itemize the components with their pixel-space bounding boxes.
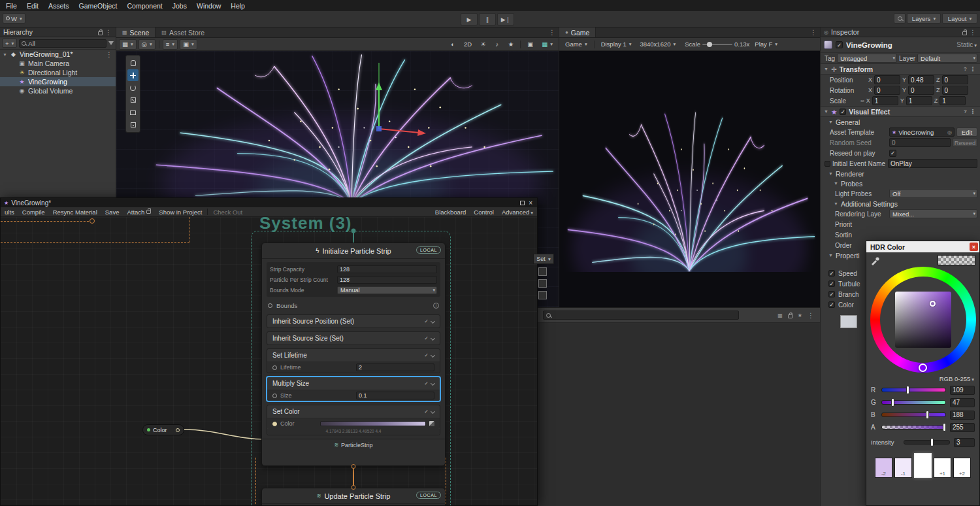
color-property-swatch[interactable] <box>840 315 857 328</box>
chevron-down-icon[interactable] <box>431 381 435 386</box>
audio-toggle-icon[interactable]: ♪ <box>491 39 503 50</box>
block-multiply-size[interactable]: Multiply Size ✓ Size 0.1 <box>267 377 440 401</box>
size-field[interactable]: 0.1 <box>356 392 434 399</box>
node-header[interactable]: ϟ Initialize Particle Strip LOCAL <box>262 243 445 259</box>
component-enabled-checkbox[interactable]: ✓ <box>840 109 846 115</box>
help-icon[interactable]: ? <box>964 109 967 114</box>
layout-dropdown[interactable]: Layout <box>942 13 977 24</box>
hierarchy-item-global-volume[interactable]: ◉ Global Volume <box>0 86 116 95</box>
mini-swatch[interactable] <box>538 267 547 276</box>
scale-x-field[interactable]: 1 <box>872 96 898 105</box>
vfx-graph-canvas[interactable]: System (3) ϟ Initialize Particle Strip L… <box>1 217 537 505</box>
asset-template-field[interactable]: ★ VineGrowing ◎ <box>889 127 955 137</box>
inspector-header[interactable]: ◎ Inspector ⋮ <box>821 27 980 37</box>
game-mode-dropdown[interactable]: Game <box>562 39 591 50</box>
hierarchy-item-main-camera[interactable]: ▣ Main Camera <box>0 59 116 68</box>
node-header[interactable]: ≋ Update Particle Strip LOCAL <box>262 488 445 504</box>
foldout-icon[interactable]: ▼ <box>824 67 828 71</box>
light-probes-dropdown[interactable]: Off <box>889 189 977 198</box>
scene-root-row[interactable]: ▼ ◆ VineGrowing_01* ⋮ <box>0 50 116 59</box>
general-foldout[interactable]: ▼General <box>821 117 980 127</box>
r-value-field[interactable]: 109 <box>950 386 975 395</box>
menu-component[interactable]: Component <box>122 2 167 10</box>
initialize-particle-strip-node[interactable]: ϟ Initialize Particle Strip LOCAL Strip … <box>261 243 446 466</box>
block-enabled-icon[interactable]: ✓ <box>424 380 429 386</box>
view-hand-tool[interactable] <box>127 57 139 69</box>
maximize-icon[interactable] <box>520 201 525 205</box>
hierarchy-search-input[interactable]: All <box>19 39 106 48</box>
block-set-color[interactable]: Set Color ✓ Color 4.17843 2.98133 4.4952… <box>267 405 440 435</box>
turbulence-enabled-checkbox[interactable]: ✓ <box>828 280 835 287</box>
block-enabled-icon[interactable]: ✓ <box>424 409 429 414</box>
color-mode-dropdown[interactable]: RGB 0-255 <box>866 373 979 382</box>
initial-event-override-checkbox[interactable] <box>825 161 830 167</box>
resolution-dropdown[interactable]: 3840x1620 <box>636 39 679 50</box>
chevron-down-icon[interactable] <box>431 353 435 358</box>
compile-button[interactable]: Compile <box>18 209 49 216</box>
exposure-swatch-plus2[interactable]: +2 <box>953 458 971 478</box>
block-inherit-source-size[interactable]: Inherit Source Size (Set) ✓ <box>267 331 440 345</box>
chevron-down-icon[interactable] <box>431 319 435 324</box>
menu-gameobject[interactable]: GameObject <box>74 2 122 10</box>
intensity-value-field[interactable]: 3 <box>954 438 975 447</box>
advanced-dropdown[interactable]: Advanced <box>498 209 537 216</box>
camera-settings-icon[interactable]: ▣ <box>524 39 536 50</box>
chevron-down-icon[interactable] <box>431 409 435 414</box>
attach-button[interactable]: Attach <box>123 209 155 216</box>
hierarchy-item-directional-light[interactable]: ☀ Directional Light <box>0 68 116 77</box>
bounds-input-port[interactable] <box>268 303 272 308</box>
color-enabled-checkbox[interactable]: ✓ <box>828 301 835 308</box>
play-button[interactable]: ▶ <box>461 13 478 25</box>
show-in-project-button[interactable]: Show in Project <box>155 209 206 216</box>
speed-enabled-checkbox[interactable]: ✓ <box>828 270 835 277</box>
visual-effect-section-header[interactable]: ▼ ★ ✓ Visual Effect ? ⋮ <box>821 106 980 117</box>
block-enabled-icon[interactable]: ✓ <box>424 352 429 358</box>
grid-visibility-dropdown[interactable]: ▦ <box>119 39 137 50</box>
pause-button[interactable]: ∥ <box>479 13 496 25</box>
resync-material-button[interactable]: Resync Material <box>49 209 101 216</box>
constrain-proportions-icon[interactable]: ∞ <box>860 98 864 104</box>
position-x-field[interactable]: 0 <box>874 75 900 84</box>
control-toggle[interactable]: Control <box>470 209 498 216</box>
g-value-field[interactable]: 47 <box>950 398 975 407</box>
lifetime-input-port[interactable] <box>272 365 277 370</box>
filter-icon[interactable] <box>108 41 114 45</box>
close-icon[interactable]: × <box>970 243 978 251</box>
color-gradient-field[interactable] <box>320 421 426 426</box>
color-parameter-node[interactable]: Color <box>142 424 184 435</box>
lock-icon[interactable] <box>788 314 792 318</box>
reseed-on-play-checkbox[interactable]: ✓ <box>889 150 896 157</box>
menu-edit[interactable]: Edit <box>22 2 43 10</box>
renderer-foldout[interactable]: ▼Renderer <box>821 169 980 178</box>
color-input-port[interactable] <box>272 422 277 426</box>
panel-menu-icon[interactable]: ⋮ <box>810 29 817 36</box>
rotation-z-field[interactable]: 0 <box>942 86 968 95</box>
additional-settings-foldout[interactable]: ▼Additional Settings <box>821 199 980 209</box>
b-value-field[interactable]: 188 <box>950 411 975 420</box>
intensity-slider-thumb[interactable] <box>930 438 934 447</box>
position-z-field[interactable]: 0 <box>942 75 968 84</box>
mini-swatch[interactable] <box>538 291 547 299</box>
block-enabled-icon[interactable]: ✓ <box>424 335 429 341</box>
a-value-field[interactable]: 255 <box>950 423 975 432</box>
pivot-toggle-button[interactable]: W <box>3 13 25 24</box>
panel-menu-icon[interactable]: ⋮ <box>105 29 112 36</box>
exposure-swatch-minus2[interactable]: -2 <box>875 458 892 478</box>
transform-tool[interactable] <box>127 119 139 131</box>
active-checkbox[interactable]: ✓ <box>836 41 843 48</box>
tag-dropdown[interactable]: Untagged <box>837 54 897 63</box>
component-menu-icon[interactable]: ⋮ <box>970 65 977 73</box>
scene-menu-icon[interactable]: ⋮ <box>106 51 113 58</box>
gizmos-dropdown[interactable]: ▦ <box>538 39 556 50</box>
snap-settings-dropdown[interactable]: ▣ <box>180 39 197 50</box>
strip-capacity-field[interactable]: 128 <box>337 265 437 273</box>
editor-search-button[interactable] <box>894 13 906 24</box>
chevron-down-icon[interactable] <box>431 336 435 341</box>
b-slider-thumb[interactable] <box>926 411 929 419</box>
block-enabled-icon[interactable]: ✓ <box>424 318 429 324</box>
lock-icon[interactable] <box>962 31 967 35</box>
branch-enabled-checkbox[interactable]: ✓ <box>828 291 835 297</box>
menu-file[interactable]: File <box>1 2 22 10</box>
project-content[interactable] <box>538 323 820 506</box>
menu-window[interactable]: Window <box>192 2 225 10</box>
